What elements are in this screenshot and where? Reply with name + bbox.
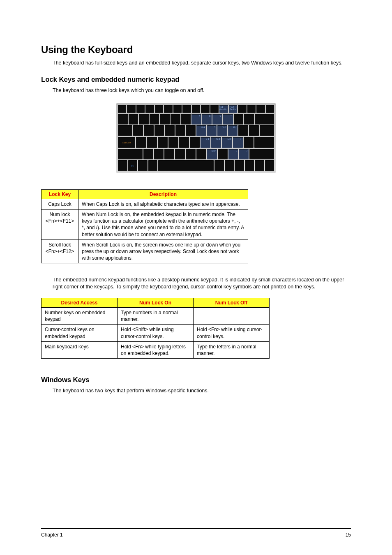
kbd-key-9: [212, 114, 222, 124]
kbd-row: [118, 114, 274, 124]
kbd-key-l3: [222, 137, 232, 147]
cell-key: Scroll lock <Fn>+<F12>: [42, 240, 78, 263]
kbd-key: [181, 114, 191, 124]
kbd-key: [260, 125, 274, 136]
cell: Hold <Fn> while typing letters on embedd…: [118, 341, 194, 358]
cell: Number keys on embedded keypad: [42, 308, 118, 325]
page: Using the Keyboard The keyboard has full…: [0, 0, 392, 555]
table-row: Cursor-control keys on embedded keypad H…: [42, 325, 270, 341]
cell-key: Caps Lock: [42, 199, 78, 209]
keyboard-rows: [118, 105, 274, 171]
th-numlock-on: Num Lock On: [118, 298, 194, 308]
cell: Hold <Fn> while using cursor-control key…: [194, 325, 270, 341]
kbd-key: [158, 137, 168, 147]
kbd-key: [139, 114, 149, 124]
kbd-key: [235, 160, 244, 171]
cell: Main keyboard keys: [42, 341, 118, 358]
footer-chapter: Chapter 1: [41, 532, 63, 538]
kbd-key: [118, 149, 143, 159]
kbd-key: [118, 105, 126, 113]
kbd-key: [244, 114, 254, 124]
kbd-key: [136, 105, 145, 113]
th-numlock-off: Num Lock Off: [194, 298, 270, 308]
kbd-key: [256, 105, 265, 113]
kbd-key: [254, 137, 274, 147]
kbd-key: [186, 125, 196, 136]
kbd-key: [266, 105, 274, 113]
table-row: Caps Lock When Caps Lock is on, all alph…: [42, 199, 248, 209]
kbd-row: [118, 125, 274, 136]
kbd-key: [218, 149, 228, 159]
kbd-key-slash: [239, 149, 249, 159]
kbd-key: [214, 160, 224, 171]
table-row: Number keys on embedded keypad Type numb…: [42, 308, 270, 325]
kbd-key: [244, 137, 254, 147]
keyboard-illustration: [116, 103, 276, 173]
kbd-key: [147, 137, 157, 147]
page-footer: Chapter 1 15: [41, 528, 351, 538]
kbd-key-pminus: [228, 125, 238, 136]
kbd-key: [175, 125, 185, 136]
embedded-keypad-note: The embedded numeric keypad functions li…: [53, 276, 351, 290]
table-row: Main keyboard keys Hold <Fn> while typin…: [42, 341, 270, 358]
kbd-key: [192, 105, 200, 113]
cell: Type numbers in a normal manner.: [118, 308, 194, 325]
kbd-key-dot: [228, 149, 238, 159]
kbd-key: [148, 160, 158, 171]
kbd-key: [249, 125, 259, 136]
numlock-table: Desired Access Num Lock On Num Lock Off …: [41, 298, 270, 359]
kbd-key: [136, 137, 146, 147]
kbd-key: [179, 137, 189, 147]
kbd-key: [143, 149, 153, 159]
kbd-key: [118, 114, 128, 124]
kbd-row: [118, 105, 274, 113]
kbd-key: [238, 105, 246, 113]
kbd-key: [164, 105, 172, 113]
kbd-row: [118, 149, 274, 159]
kbd-key-j1: [201, 137, 210, 147]
page-title: Using the Keyboard: [41, 44, 351, 55]
footer-page-number: 15: [346, 532, 351, 538]
kbd-row: [118, 137, 274, 147]
cell: [194, 308, 270, 325]
lock-keys-table: Lock Key Description Caps Lock When Caps…: [41, 189, 248, 264]
kbd-key-capslock: [118, 137, 135, 147]
kbd-key: [129, 114, 138, 124]
section-windows-keys-heading: Windows Keys: [41, 376, 351, 384]
kbd-key: [175, 149, 185, 159]
intro-paragraph: The keyboard has full-sized keys and an …: [53, 60, 351, 67]
kbd-key: [201, 105, 209, 113]
kbd-key: [155, 105, 163, 113]
lock-keys-intro: The keyboard has three lock keys which y…: [53, 87, 351, 94]
kbd-key: [255, 160, 264, 171]
kbd-key-u4: [196, 125, 206, 136]
kbd-key: [265, 160, 274, 171]
kbd-key: [138, 160, 148, 171]
kbd-key-f12: [229, 105, 237, 113]
kbd-key: [182, 105, 191, 113]
cell-desc: When Scroll Lock is on, the screen moves…: [78, 240, 248, 263]
kbd-key-plus: [233, 137, 243, 147]
kbd-key: [118, 160, 127, 171]
kbd-key: [255, 114, 274, 124]
kbd-key: [234, 114, 244, 124]
kbd-key: [225, 160, 234, 171]
kbd-key-8: [202, 114, 212, 124]
th-lock-key: Lock Key: [42, 189, 78, 199]
cell: Type the letters in a normal manner.: [194, 341, 270, 358]
kbd-key: [210, 105, 219, 113]
kbd-key: [118, 125, 132, 136]
cell-desc: When Num Lock is on, the embedded keypad…: [78, 209, 248, 240]
kbd-key-space: [158, 160, 214, 171]
cell: Hold <Shift> while using cursor-control …: [118, 325, 194, 341]
kbd-key: [144, 125, 154, 136]
table-row: Scroll lock <Fn>+<F12> When Scroll Lock …: [42, 240, 248, 263]
kbd-key-star: [223, 114, 233, 124]
top-rule: [41, 33, 351, 33]
kbd-key: [133, 125, 143, 136]
kbd-key-k2: [211, 137, 221, 147]
windows-keys-intro: The keyboard has two keys that perform W…: [53, 387, 351, 394]
kbd-key: [154, 125, 164, 136]
kbd-key: [196, 149, 206, 159]
kbd-key-i5: [207, 125, 217, 136]
